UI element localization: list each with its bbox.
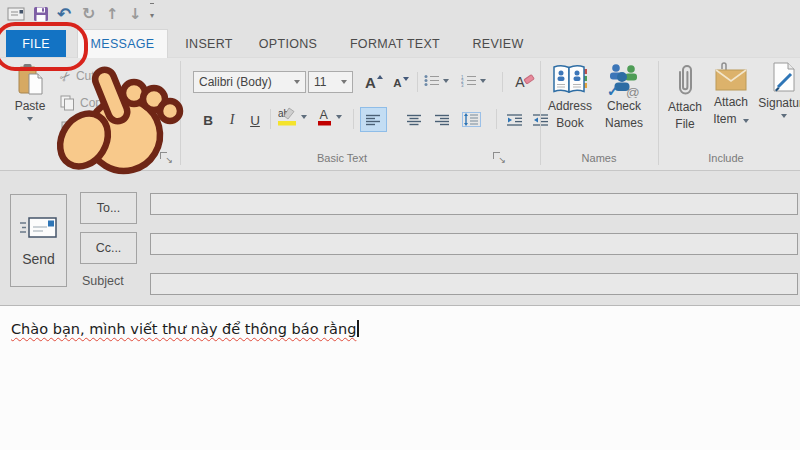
basic-text-dialog-launcher[interactable]: ↘: [493, 152, 504, 163]
cc-field[interactable]: [150, 233, 798, 255]
subject-field[interactable]: [150, 273, 798, 295]
send-icon: [19, 215, 59, 241]
paste-label: Paste: [15, 99, 46, 113]
clear-formatting-button[interactable]: A: [512, 70, 538, 94]
tab-message[interactable]: MESSAGE: [77, 29, 168, 58]
tab-review[interactable]: REVIEW: [462, 30, 534, 57]
redo-icon[interactable]: ↻: [82, 3, 95, 25]
numbering-icon: 1 2 3: [461, 74, 477, 87]
shrink-font-button[interactable]: A: [389, 72, 413, 94]
underline-button[interactable]: U: [244, 108, 266, 132]
customize-qat-icon[interactable]: ▾: [150, 3, 154, 27]
svg-text:A: A: [320, 108, 329, 122]
address-book-icon: [552, 63, 588, 96]
address-book-label: Address Book: [548, 98, 592, 133]
grow-font-button[interactable]: A: [362, 70, 386, 94]
format-painter-button[interactable]: Format Painter: [60, 121, 161, 138]
text-cursor: [357, 320, 359, 337]
to-field[interactable]: [150, 193, 798, 215]
message-header: Send To... Cc... Subject: [0, 171, 800, 305]
previous-item-icon[interactable]: ↑: [106, 3, 119, 25]
font-size-combo[interactable]: 11: [308, 71, 353, 93]
attach-file-button[interactable]: Attach File: [662, 62, 708, 134]
cut-icon: ✂: [57, 68, 74, 85]
attach-item-dropdown-caret: [743, 119, 749, 123]
text-highlight-color-button[interactable]: ab: [278, 107, 307, 127]
bold-button[interactable]: B: [197, 108, 219, 132]
check-names-label: Check Names: [605, 98, 643, 133]
font-name-combo[interactable]: Calibri (Body): [193, 71, 306, 93]
align-left-icon: [366, 114, 381, 126]
paste-icon: [17, 63, 44, 96]
paste-button[interactable]: Paste: [6, 63, 54, 121]
signature-dropdown-caret: [781, 114, 787, 118]
send-label: Send: [22, 251, 55, 267]
bullets-icon: [424, 74, 440, 87]
copy-button[interactable]: Copy: [60, 95, 108, 111]
svg-text:✓: ✓: [607, 83, 619, 98]
save-icon[interactable]: [33, 3, 49, 25]
svg-text:@: @: [626, 85, 640, 98]
attach-item-icon: [713, 62, 749, 94]
new-mail-item-icon[interactable]: [7, 3, 27, 25]
include-group-label: Include: [660, 152, 792, 164]
font-size-value: 11: [314, 75, 326, 89]
next-item-icon[interactable]: ↓: [129, 3, 142, 25]
attach-file-icon: [674, 62, 696, 98]
italic-button[interactable]: I: [223, 108, 241, 132]
tab-insert[interactable]: INSERT: [178, 30, 240, 57]
svg-text:3: 3: [461, 83, 464, 87]
address-book-button[interactable]: Address Book: [544, 63, 596, 133]
cut-label: Cut: [76, 69, 95, 83]
cut-button[interactable]: ✂ Cut: [60, 69, 95, 83]
signature-button[interactable]: Signature: [756, 62, 800, 118]
eraser-icon: [523, 74, 535, 86]
decrease-indent-icon: [507, 114, 523, 126]
align-center-icon: [407, 114, 422, 126]
align-right-button[interactable]: [429, 107, 456, 132]
cc-button[interactable]: Cc...: [80, 232, 137, 264]
align-left-button[interactable]: [360, 107, 387, 132]
bullets-button[interactable]: [424, 74, 449, 87]
send-button[interactable]: Send: [10, 194, 67, 287]
copy-label: Copy: [80, 96, 108, 110]
undo-icon[interactable]: ↶: [57, 3, 71, 25]
highlight-icon: ab: [278, 107, 298, 127]
copy-icon: [60, 95, 75, 111]
outlook-compose-window: ↶ ↻ ↑ ↓ ▾ FILE MESSAGE INSERT OPTIONS FO…: [0, 0, 800, 450]
to-button[interactable]: To...: [80, 192, 137, 224]
paste-dropdown-caret: [27, 117, 33, 121]
tab-format-text[interactable]: FORMAT TEXT: [338, 30, 452, 57]
font-name-value: Calibri (Body): [199, 75, 272, 89]
font-color-button[interactable]: A: [317, 107, 342, 127]
names-group-label: Names: [542, 152, 656, 164]
clipboard-group-label: Clipboard: [0, 152, 176, 164]
line-spacing-button[interactable]: [457, 107, 486, 132]
format-painter-label: Format Painter: [79, 123, 161, 137]
align-center-button[interactable]: [401, 107, 428, 132]
signature-icon: [771, 62, 798, 94]
body-text-line: Chào bạn, mình viết thư này để thông báo…: [11, 320, 359, 338]
tab-file[interactable]: FILE: [6, 30, 66, 57]
attach-item-label: Attach Item: [713, 94, 749, 129]
line-spacing-icon: [462, 112, 481, 127]
tab-options[interactable]: OPTIONS: [250, 30, 326, 57]
subject-label: Subject: [82, 274, 124, 288]
check-names-button[interactable]: ✓ @ Check Names: [598, 63, 650, 133]
attach-file-label: Attach File: [668, 99, 702, 134]
check-names-icon: ✓ @: [607, 63, 641, 98]
basic-text-group-label: Basic Text: [182, 152, 502, 164]
message-body-editor[interactable]: Chào bạn, mình viết thư này để thông báo…: [0, 305, 800, 450]
attach-item-button[interactable]: Attach Item: [708, 62, 754, 129]
ribbon: Paste ✂ Cut Copy Format Painter Clipboar…: [0, 57, 800, 171]
font-color-icon: A: [317, 107, 333, 127]
signature-label: Signature: [758, 96, 800, 110]
clipboard-dialog-launcher[interactable]: ↘: [160, 152, 171, 163]
align-right-icon: [435, 114, 450, 126]
body-text: Chào bạn, mình viết thư này để thông báo…: [11, 321, 356, 337]
decrease-indent-button[interactable]: [502, 107, 527, 132]
format-painter-icon: [60, 121, 74, 138]
numbering-button[interactable]: 1 2 3: [461, 74, 486, 87]
